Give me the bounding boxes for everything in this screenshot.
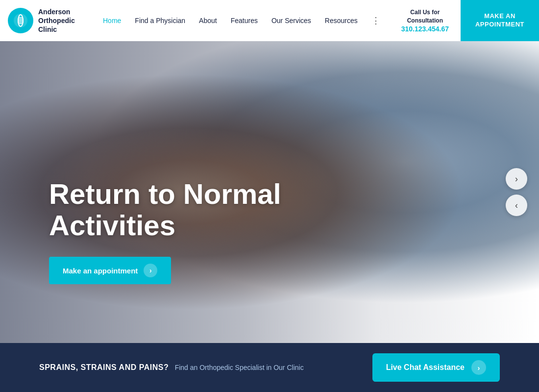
nav-home[interactable]: Home [103, 17, 121, 24]
logo-icon [8, 8, 33, 33]
call-box: Call Us forConsultation 310.123.454.67 [390, 8, 461, 33]
nav-resources[interactable]: Resources [325, 17, 358, 24]
bottom-text: SPRAINS, STRAINS AND PAINS? Find an Orth… [39, 363, 304, 372]
hero-section: Return to Normal Activities Make an appo… [0, 41, 539, 343]
bottom-bar: SPRAINS, STRAINS AND PAINS? Find an Orth… [0, 343, 539, 392]
hero-cta-button[interactable]: Make an appointment › [49, 257, 171, 284]
nav-about[interactable]: About [199, 17, 217, 24]
slider-nav: › ‹ [506, 168, 527, 216]
main-nav: Home Find a Physician About Features Our… [93, 15, 390, 26]
nav-find-physician[interactable]: Find a Physician [135, 17, 185, 24]
logo-text: Anderson Orthopedic Clinic [38, 7, 75, 34]
hero-cta-arrow-icon: › [144, 264, 157, 277]
bottom-sub-text: Find an Orthopedic Specialist in Our Cli… [175, 364, 304, 371]
call-number[interactable]: 310.123.454.67 [401, 25, 449, 33]
nav-features[interactable]: Features [231, 17, 258, 24]
hero-title: Return to Normal Activities [49, 178, 323, 241]
call-label: Call Us forConsultation [401, 8, 449, 25]
nav-services[interactable]: Our Services [271, 17, 311, 24]
header-right: Call Us forConsultation 310.123.454.67 M… [390, 0, 539, 41]
hero-content: Return to Normal Activities Make an appo… [49, 178, 323, 284]
nav-more-icon[interactable]: ⋮ [371, 15, 380, 26]
hero-cta-label: Make an appointment [63, 267, 138, 275]
make-appointment-button[interactable]: MAKE AN APPOINTMENT [461, 0, 539, 41]
live-chat-arrow-icon: › [471, 360, 486, 375]
bottom-bold-text: SPRAINS, STRAINS AND PAINS? [39, 363, 169, 371]
slider-next-button[interactable]: › [506, 168, 527, 190]
header: Anderson Orthopedic Clinic Home Find a P… [0, 0, 539, 41]
live-chat-label: Live Chat Assistance [386, 363, 465, 372]
logo-area: Anderson Orthopedic Clinic [0, 7, 93, 34]
slider-prev-button[interactable]: ‹ [506, 195, 527, 216]
live-chat-button[interactable]: Live Chat Assistance › [372, 353, 500, 382]
